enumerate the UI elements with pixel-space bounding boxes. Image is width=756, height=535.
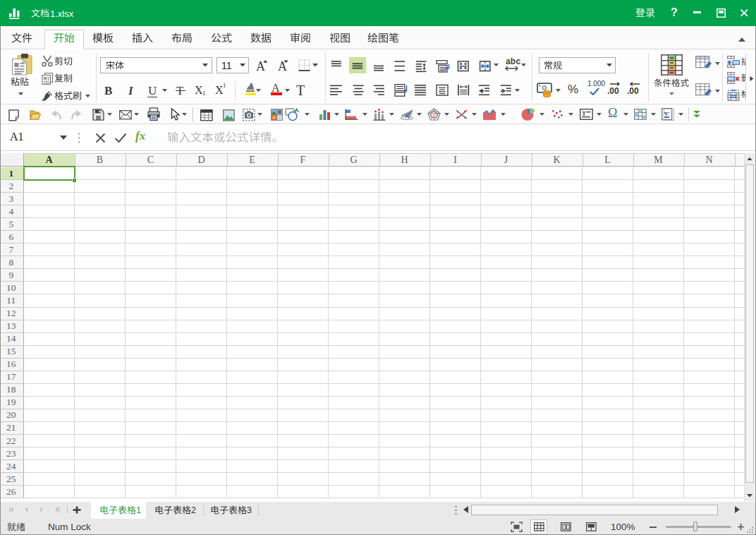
svg-text:A: A xyxy=(256,59,265,72)
svg-text:T: T xyxy=(582,110,586,117)
svg-text:A: A xyxy=(272,82,280,94)
svg-text:Σ: Σ xyxy=(664,109,670,120)
